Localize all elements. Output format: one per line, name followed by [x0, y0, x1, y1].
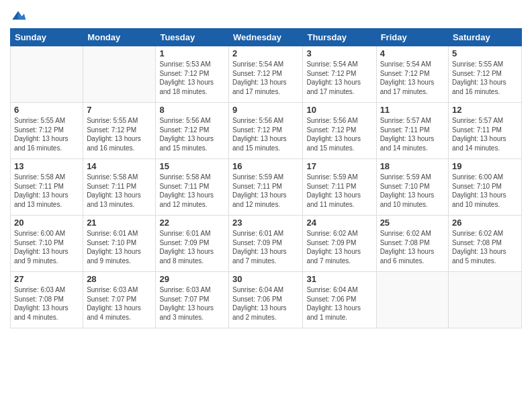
- day-info: Sunrise: 6:03 AMSunset: 7:07 PMDaylight:…: [87, 285, 152, 322]
- calendar-cell: 18Sunrise: 5:59 AMSunset: 7:10 PMDayligh…: [376, 159, 448, 216]
- col-header-wednesday: Wednesday: [229, 29, 303, 46]
- calendar-week-1: 6Sunrise: 5:55 AMSunset: 7:12 PMDaylight…: [11, 103, 522, 159]
- col-header-thursday: Thursday: [303, 29, 376, 46]
- day-info: Sunrise: 5:58 AMSunset: 7:11 PMDaylight:…: [87, 173, 152, 209]
- day-number: 18: [380, 161, 445, 171]
- calendar-cell: 28Sunrise: 6:03 AMSunset: 7:07 PMDayligh…: [83, 272, 156, 328]
- day-info: Sunrise: 6:03 AMSunset: 7:08 PMDaylight:…: [14, 285, 79, 322]
- day-number: 2: [232, 48, 299, 58]
- day-number: 24: [306, 218, 372, 228]
- day-number: 4: [380, 48, 445, 58]
- day-number: 28: [87, 274, 152, 284]
- calendar-week-0: 1Sunrise: 5:53 AMSunset: 7:12 PMDaylight…: [11, 46, 522, 103]
- logo: [10, 7, 29, 23]
- calendar-cell: 29Sunrise: 6:03 AMSunset: 7:07 PMDayligh…: [156, 272, 229, 328]
- calendar-cell: 1Sunrise: 5:53 AMSunset: 7:12 PMDaylight…: [156, 46, 229, 103]
- calendar-cell: 12Sunrise: 5:57 AMSunset: 7:11 PMDayligh…: [449, 103, 522, 159]
- col-header-friday: Friday: [376, 29, 448, 46]
- day-info: Sunrise: 6:00 AMSunset: 7:10 PMDaylight:…: [452, 173, 518, 209]
- day-info: Sunrise: 5:54 AMSunset: 7:12 PMDaylight:…: [380, 60, 445, 96]
- page: SundayMondayTuesdayWednesdayThursdayFrid…: [0, 0, 532, 411]
- calendar-cell: 30Sunrise: 6:04 AMSunset: 7:06 PMDayligh…: [229, 272, 303, 328]
- day-info: Sunrise: 6:01 AMSunset: 7:09 PMDaylight:…: [159, 229, 225, 265]
- calendar-cell: [83, 46, 156, 103]
- calendar-cell: 17Sunrise: 5:59 AMSunset: 7:11 PMDayligh…: [303, 159, 376, 216]
- day-number: 1: [159, 48, 225, 58]
- calendar-cell: 6Sunrise: 5:55 AMSunset: 7:12 PMDaylight…: [11, 103, 83, 159]
- day-info: Sunrise: 5:56 AMSunset: 7:12 PMDaylight:…: [306, 116, 372, 152]
- day-info: Sunrise: 6:00 AMSunset: 7:10 PMDaylight:…: [14, 229, 79, 265]
- day-info: Sunrise: 6:03 AMSunset: 7:07 PMDaylight:…: [159, 285, 225, 322]
- day-info: Sunrise: 6:01 AMSunset: 7:10 PMDaylight:…: [87, 229, 152, 265]
- day-info: Sunrise: 6:01 AMSunset: 7:09 PMDaylight:…: [232, 229, 299, 265]
- day-info: Sunrise: 5:55 AMSunset: 7:12 PMDaylight:…: [452, 60, 518, 96]
- day-info: Sunrise: 5:56 AMSunset: 7:12 PMDaylight:…: [159, 116, 225, 152]
- day-number: 20: [14, 218, 79, 228]
- calendar-cell: [449, 272, 522, 328]
- day-info: Sunrise: 5:54 AMSunset: 7:12 PMDaylight:…: [306, 60, 372, 96]
- col-header-sunday: Sunday: [11, 29, 83, 46]
- calendar-cell: 3Sunrise: 5:54 AMSunset: 7:12 PMDaylight…: [303, 46, 376, 103]
- day-number: 11: [380, 105, 445, 115]
- calendar-header-row: SundayMondayTuesdayWednesdayThursdayFrid…: [11, 29, 522, 46]
- day-info: Sunrise: 5:55 AMSunset: 7:12 PMDaylight:…: [14, 116, 79, 152]
- calendar-table: SundayMondayTuesdayWednesdayThursdayFrid…: [10, 28, 522, 328]
- day-number: 15: [159, 161, 225, 171]
- calendar-cell: 27Sunrise: 6:03 AMSunset: 7:08 PMDayligh…: [11, 272, 83, 328]
- calendar-cell: 11Sunrise: 5:57 AMSunset: 7:11 PMDayligh…: [376, 103, 448, 159]
- day-number: 13: [14, 161, 79, 171]
- calendar-cell: 22Sunrise: 6:01 AMSunset: 7:09 PMDayligh…: [156, 216, 229, 272]
- calendar-cell: 16Sunrise: 5:59 AMSunset: 7:11 PMDayligh…: [229, 159, 303, 216]
- calendar-cell: 25Sunrise: 6:02 AMSunset: 7:08 PMDayligh…: [376, 216, 448, 272]
- day-number: 26: [452, 218, 518, 228]
- calendar-week-2: 13Sunrise: 5:58 AMSunset: 7:11 PMDayligh…: [11, 159, 522, 216]
- day-number: 7: [87, 105, 152, 115]
- day-info: Sunrise: 5:55 AMSunset: 7:12 PMDaylight:…: [87, 116, 152, 152]
- logo-icon: [10, 7, 26, 23]
- day-number: 8: [159, 105, 225, 115]
- day-info: Sunrise: 5:59 AMSunset: 7:11 PMDaylight:…: [232, 173, 299, 209]
- day-number: 30: [232, 274, 299, 284]
- day-info: Sunrise: 5:53 AMSunset: 7:12 PMDaylight:…: [159, 60, 225, 96]
- day-info: Sunrise: 6:04 AMSunset: 7:06 PMDaylight:…: [232, 285, 299, 322]
- calendar-cell: 26Sunrise: 6:02 AMSunset: 7:08 PMDayligh…: [449, 216, 522, 272]
- calendar-cell: 15Sunrise: 5:58 AMSunset: 7:11 PMDayligh…: [156, 159, 229, 216]
- calendar-cell: 10Sunrise: 5:56 AMSunset: 7:12 PMDayligh…: [303, 103, 376, 159]
- day-number: 19: [452, 161, 518, 171]
- calendar-cell: 21Sunrise: 6:01 AMSunset: 7:10 PMDayligh…: [83, 216, 156, 272]
- day-number: 9: [232, 105, 299, 115]
- day-number: 22: [159, 218, 225, 228]
- day-number: 21: [87, 218, 152, 228]
- day-number: 16: [232, 161, 299, 171]
- day-number: 3: [306, 48, 372, 58]
- day-number: 10: [306, 105, 372, 115]
- col-header-tuesday: Tuesday: [156, 29, 229, 46]
- day-number: 25: [380, 218, 445, 228]
- calendar-cell: 23Sunrise: 6:01 AMSunset: 7:09 PMDayligh…: [229, 216, 303, 272]
- day-number: 14: [87, 161, 152, 171]
- day-info: Sunrise: 5:57 AMSunset: 7:11 PMDaylight:…: [452, 116, 518, 152]
- day-info: Sunrise: 5:59 AMSunset: 7:10 PMDaylight:…: [380, 173, 445, 209]
- calendar-cell: [11, 46, 83, 103]
- col-header-monday: Monday: [83, 29, 156, 46]
- day-info: Sunrise: 5:57 AMSunset: 7:11 PMDaylight:…: [380, 116, 445, 152]
- calendar-cell: 24Sunrise: 6:02 AMSunset: 7:09 PMDayligh…: [303, 216, 376, 272]
- calendar-cell: 31Sunrise: 6:04 AMSunset: 7:06 PMDayligh…: [303, 272, 376, 328]
- calendar-cell: 13Sunrise: 5:58 AMSunset: 7:11 PMDayligh…: [11, 159, 83, 216]
- day-number: 23: [232, 218, 299, 228]
- day-info: Sunrise: 6:04 AMSunset: 7:06 PMDaylight:…: [306, 285, 372, 322]
- calendar-week-3: 20Sunrise: 6:00 AMSunset: 7:10 PMDayligh…: [11, 216, 522, 272]
- day-number: 31: [306, 274, 372, 284]
- col-header-saturday: Saturday: [449, 29, 522, 46]
- calendar-cell: 19Sunrise: 6:00 AMSunset: 7:10 PMDayligh…: [449, 159, 522, 216]
- calendar-cell: [376, 272, 448, 328]
- day-info: Sunrise: 6:02 AMSunset: 7:09 PMDaylight:…: [306, 229, 372, 265]
- calendar-cell: 20Sunrise: 6:00 AMSunset: 7:10 PMDayligh…: [11, 216, 83, 272]
- day-info: Sunrise: 5:56 AMSunset: 7:12 PMDaylight:…: [232, 116, 299, 152]
- day-info: Sunrise: 5:54 AMSunset: 7:12 PMDaylight:…: [232, 60, 299, 96]
- day-number: 17: [306, 161, 372, 171]
- day-number: 6: [14, 105, 79, 115]
- calendar-cell: 4Sunrise: 5:54 AMSunset: 7:12 PMDaylight…: [376, 46, 448, 103]
- day-number: 27: [14, 274, 79, 284]
- day-info: Sunrise: 5:58 AMSunset: 7:11 PMDaylight:…: [14, 173, 79, 209]
